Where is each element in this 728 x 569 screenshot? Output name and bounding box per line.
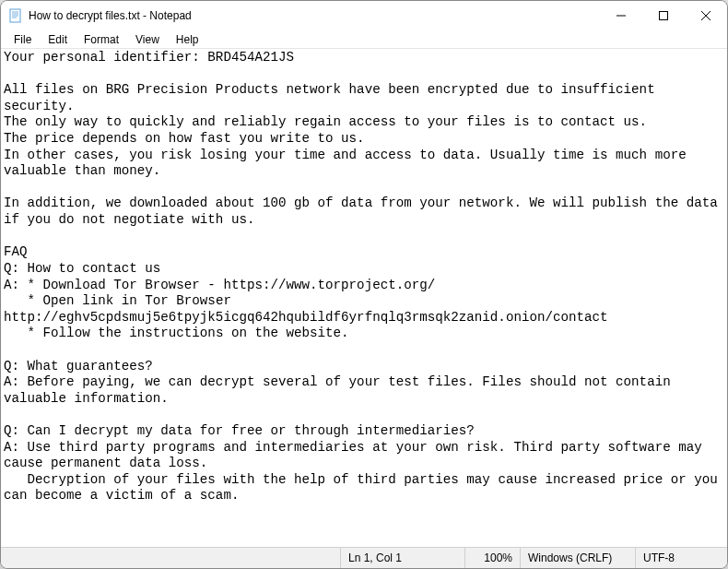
titlebar[interactable]: How to decrypt files.txt - Notepad bbox=[1, 1, 727, 30]
minimize-button[interactable] bbox=[600, 1, 642, 30]
notepad-window: How to decrypt files.txt - Notepad File … bbox=[0, 0, 728, 569]
window-controls bbox=[600, 1, 727, 30]
notepad-icon bbox=[8, 8, 23, 23]
status-zoom: 100% bbox=[464, 548, 520, 568]
menu-format[interactable]: Format bbox=[76, 31, 126, 48]
menubar: File Edit Format View Help bbox=[1, 30, 727, 49]
maximize-button[interactable] bbox=[642, 1, 685, 30]
window-title: How to decrypt files.txt - Notepad bbox=[29, 9, 600, 22]
close-button[interactable] bbox=[685, 1, 727, 30]
menu-help[interactable]: Help bbox=[169, 31, 206, 48]
svg-rect-6 bbox=[660, 12, 668, 20]
menu-view[interactable]: View bbox=[128, 31, 167, 48]
statusbar: Ln 1, Col 1 100% Windows (CRLF) UTF-8 bbox=[1, 547, 727, 568]
status-position: Ln 1, Col 1 bbox=[340, 548, 464, 568]
document-text: Your personal identifier: BRD454A21JS Al… bbox=[4, 50, 724, 504]
status-line-ending: Windows (CRLF) bbox=[520, 548, 635, 568]
menu-file[interactable]: File bbox=[6, 31, 39, 48]
text-area[interactable]: Your personal identifier: BRD454A21JS Al… bbox=[1, 49, 727, 547]
status-encoding: UTF-8 bbox=[635, 548, 727, 568]
menu-edit[interactable]: Edit bbox=[41, 31, 75, 48]
